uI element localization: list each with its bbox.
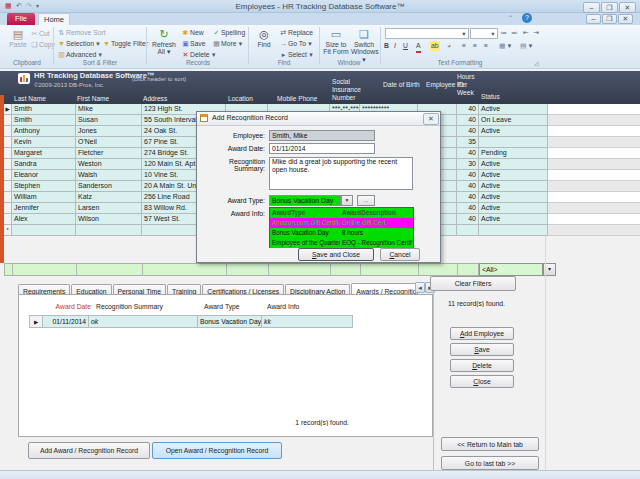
row-selector[interactable]: ▶ (4, 104, 12, 115)
grid-cell-last[interactable]: Eleanor (12, 170, 76, 181)
grid-cell-first[interactable]: Wilson (76, 214, 142, 225)
grid-cell-hours[interactable]: 40 (457, 148, 479, 159)
row-selector[interactable] (4, 181, 12, 192)
add-award-record-button[interactable]: Add Award / Recognition Record (28, 442, 150, 459)
tab-training[interactable]: Training (167, 284, 201, 294)
cut-button[interactable]: ✂Cut (30, 29, 50, 39)
return-to-main-tab-button[interactable]: << Return to Main tab (441, 437, 539, 451)
replace-button[interactable]: ⇄Replace (279, 28, 313, 38)
award-list-row[interactable]: Amazon.com Gift CertificOnline Gift Cert… (270, 218, 413, 228)
grid-cell-first[interactable]: Fletcher (76, 148, 142, 159)
selection-button[interactable]: ▼Selection▾ (57, 39, 102, 49)
tab-awards-recognition[interactable]: Awards / Recognition (351, 283, 418, 294)
status-filter-combo[interactable]: <All> (479, 263, 543, 276)
award-list-cell-type[interactable]: Amazon.com Gift Certific (270, 218, 340, 228)
refresh-all-button[interactable]: ↻ RefreshAll ▾ (150, 27, 178, 56)
tab-certifications-licenses[interactable]: Certifications / Licenses (202, 284, 284, 294)
close-button[interactable]: Close (450, 375, 514, 388)
decrease-indent-icon[interactable]: ⇤ (523, 28, 529, 38)
column-header-status[interactable]: Status (481, 93, 500, 101)
spelling-button[interactable]: ✓Spelling (212, 28, 245, 38)
column-header-dob[interactable]: Date of Birth (383, 81, 420, 89)
form-close-button[interactable]: ✕ (618, 14, 633, 24)
grid-cell-first[interactable]: Larsen (76, 203, 142, 214)
column-header-mobile-phone[interactable]: Mobile Phone (277, 95, 317, 103)
row-selector[interactable] (4, 170, 12, 181)
grid-cell-first[interactable]: Jones (76, 126, 142, 137)
switch-windows-button[interactable]: ❏ SwitchWindows ▾ (351, 27, 377, 63)
bullets-icon[interactable]: ≔ (500, 28, 507, 38)
dialog-close-icon[interactable]: ✕ (423, 113, 439, 125)
grid-cell-first[interactable]: Sanderson (76, 181, 142, 192)
employee-field[interactable]: Smith, Mike (269, 130, 375, 141)
find-button[interactable]: ◎ Find (252, 27, 276, 48)
align-center-icon[interactable]: ≡ (473, 41, 477, 51)
window-maximize-button[interactable]: ❐ (601, 2, 618, 13)
grid-cell-last[interactable]: Anthony (12, 126, 76, 137)
help-icon[interactable]: ? (522, 13, 532, 23)
grid-cell-status[interactable]: Active (479, 104, 548, 115)
row-selector[interactable] (4, 159, 12, 170)
grid-cell-last[interactable] (12, 225, 76, 236)
delete-button[interactable]: Delete (450, 359, 514, 372)
save-and-close-button[interactable]: Save and Close (298, 248, 374, 261)
award-type-dropdown-icon[interactable]: ▾ (341, 195, 353, 206)
grid-cell-status[interactable]: Active (479, 181, 548, 192)
grid-cell-last[interactable]: Smith (12, 115, 76, 126)
award-list-cell-desc[interactable]: EOQ - Recognition Certif (340, 238, 413, 248)
grid-cell-first[interactable]: Katz (76, 192, 142, 203)
grid-cell-status[interactable] (479, 225, 548, 236)
award-list-cell-desc[interactable]: 8 hours (340, 228, 413, 238)
grid-cell-hours[interactable]: 40 (457, 181, 479, 192)
row-selector[interactable] (4, 203, 12, 214)
subform-row-selector[interactable]: ▶ (29, 315, 43, 328)
grid-cell-last[interactable]: Smith (12, 104, 76, 115)
grid-cell-last[interactable]: Alex (12, 214, 76, 225)
collapse-ribbon-icon[interactable]: ⌃ (508, 14, 513, 21)
alternate-fill-icon[interactable]: ▤▾ (520, 41, 534, 51)
award-list-row[interactable]: Bonus Vacation Day8 hours (270, 228, 413, 238)
summary-field[interactable]: Mike did a great job supporting the rece… (269, 157, 413, 190)
subform-header-award-info[interactable]: Award Info (267, 303, 299, 310)
tab-personal-time[interactable]: Personal Time (113, 284, 166, 294)
grid-cell-hours[interactable]: 40 (457, 192, 479, 203)
save-record-button[interactable]: ▣Save (181, 39, 206, 49)
row-selector[interactable] (4, 148, 12, 159)
grid-cell-first[interactable]: Mike (76, 104, 142, 115)
increase-indent-icon[interactable]: ⇥ (533, 28, 539, 38)
subform-header-summary[interactable]: Recognition Summary (96, 303, 163, 310)
award-type-dropdown-list[interactable]: AwardTypeAwardDescriptionAmazon.com Gift… (269, 207, 414, 248)
subform-header-award-type[interactable]: Award Type (204, 303, 240, 310)
grid-cell-hours[interactable]: 40 (457, 170, 479, 181)
subform-header-award-date[interactable]: Award Date (31, 303, 91, 310)
award-list-row[interactable]: Employee of the QuarterEOQ - Recognition… (270, 238, 413, 248)
row-selector[interactable] (4, 137, 12, 148)
remove-sort-button[interactable]: ⇅Remove Sort (57, 28, 106, 38)
award-list-cell-type[interactable]: Bonus Vacation Day (270, 228, 340, 238)
subform-cell-award-type[interactable]: Bonus Vacation Day (198, 315, 262, 328)
more-button[interactable]: ▦More▾ (212, 39, 245, 49)
numbering-icon[interactable]: ≕ (511, 28, 518, 38)
grid-cell-last[interactable]: Sandra (12, 159, 76, 170)
grid-cell-status[interactable]: Active (479, 192, 548, 203)
award-type-builder-button[interactable]: ... (357, 195, 375, 206)
grid-cell-status[interactable]: Active (479, 159, 548, 170)
grid-cell-first[interactable]: Walsh (76, 170, 142, 181)
column-header-sin[interactable]: SocialInsuranceNumber (332, 78, 361, 102)
copy-button[interactable]: ❏Copy (30, 40, 55, 50)
clear-filters-button[interactable]: Clear Filters (430, 276, 516, 291)
grid-cell-hours[interactable]: 35 (457, 137, 479, 148)
align-left-icon[interactable]: ≡ (462, 41, 466, 51)
align-right-icon[interactable]: ≡ (484, 41, 488, 51)
add-employee-button[interactable]: Add Employee (450, 327, 514, 340)
tab-education[interactable]: Education (71, 284, 111, 294)
grid-cell-hours[interactable]: 40 (457, 115, 479, 126)
award-list-cell-desc[interactable]: Online Gift Cert. (340, 218, 413, 228)
subform-cell-award-info[interactable]: kk (262, 315, 353, 328)
bold-button[interactable]: B (384, 41, 389, 51)
grid-cell-hours[interactable]: 40 (457, 214, 479, 225)
form-minimize-button[interactable]: – (586, 14, 601, 24)
size-to-fit-form-button[interactable]: ▭ Size toFit Form (323, 27, 349, 56)
cancel-button[interactable]: Cancel (380, 248, 420, 261)
row-selector[interactable] (4, 214, 12, 225)
